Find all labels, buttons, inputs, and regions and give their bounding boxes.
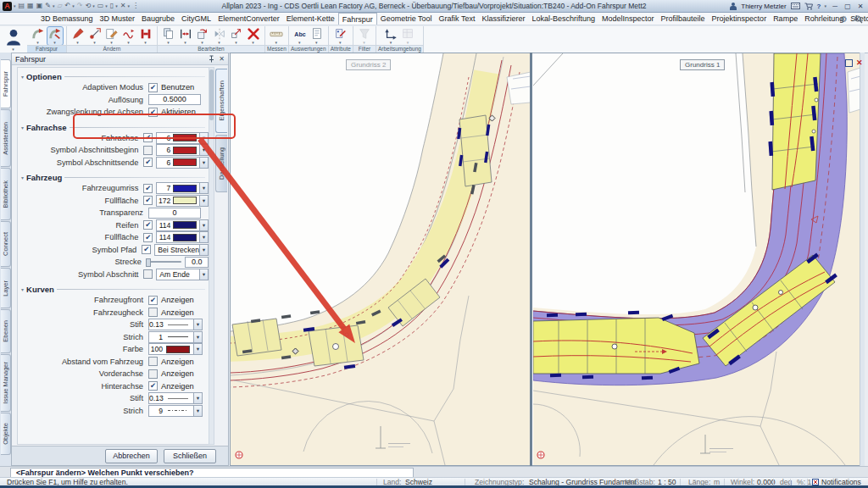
measure-button[interactable]: ▾ — [269, 27, 284, 45]
checkbox[interactable]: ✔ — [143, 158, 153, 167]
dropdown[interactable]: 7▼ — [156, 182, 209, 194]
delete-button[interactable]: ▾ — [246, 27, 261, 45]
user-name[interactable]: Thierry Metzler — [741, 3, 786, 10]
checkbox[interactable] — [143, 269, 153, 279]
select-dropdown[interactable]: Am Ende▼ — [156, 269, 209, 280]
settings-gear-icon[interactable]: ⚙ — [840, 14, 848, 24]
person-dropdown-icon[interactable]: ▾ — [12, 47, 14, 52]
chevron-down-icon[interactable]: ▼ — [199, 133, 208, 143]
distance-slider[interactable] — [147, 261, 181, 263]
cart-icon[interactable] — [804, 3, 813, 10]
sidebar-tab-assistenten[interactable]: Assistenten — [1, 109, 11, 167]
chevron-down-icon[interactable]: ▼ — [199, 245, 208, 255]
viewport-label-grundriss-2[interactable]: Grundriss 2 — [346, 59, 391, 70]
menu-item-modelinspector[interactable]: ModelInspector — [598, 13, 658, 25]
menu-item-elementconverter[interactable]: ElementConverter — [214, 13, 283, 25]
curve-edit-button[interactable]: ▾ — [121, 27, 136, 45]
checkbox[interactable]: ✔ — [142, 245, 151, 254]
palette-scrollbar[interactable] — [209, 67, 214, 445]
checkbox[interactable] — [143, 146, 153, 155]
section-header-kurven[interactable]: ▾Kurven — [21, 285, 205, 294]
checkbox[interactable]: ✔ — [143, 233, 153, 242]
menu-item-3d-muster[interactable]: 3D Muster — [97, 13, 139, 25]
chevron-down-icon[interactable]: ▼ — [193, 406, 202, 416]
checkbox[interactable] — [148, 369, 158, 379]
viewport-splitter[interactable] — [530, 53, 532, 466]
checkbox[interactable] — [148, 357, 158, 366]
refresh-icon-dropdown[interactable]: ▾ — [92, 3, 95, 8]
menu-item-geometrie-tool[interactable]: Geometrie Tool — [377, 13, 436, 25]
copy-icon[interactable]: ▱ — [57, 2, 62, 10]
menu-item-element-kette[interactable]: Element-Kette — [283, 13, 338, 25]
section-header-optionen[interactable]: ▾Optionen — [21, 72, 205, 81]
sidebar-tab-issue-manager[interactable]: Issue Manager — [1, 354, 11, 412]
chevron-down-icon[interactable]: ▼ — [193, 344, 202, 354]
value-input[interactable]: 0.5000 — [148, 94, 201, 105]
axis-point-button[interactable]: ▾ — [87, 27, 103, 45]
tools-icon-dropdown[interactable]: ▾ — [127, 3, 130, 8]
checkbox[interactable]: ✔ — [143, 220, 153, 230]
dropdown[interactable]: 100▼ — [148, 343, 203, 355]
dropdown[interactable]: 0.13▼ — [148, 392, 203, 404]
allplan-logo[interactable]: A — [3, 2, 12, 11]
collapse-icon[interactable]: ▾ — [21, 125, 24, 130]
viewport-label-grundriss-1[interactable]: Grundriss 1 — [680, 59, 725, 70]
viewport-scrollbar[interactable] — [860, 53, 865, 466]
collapse-icon[interactable]: ▾ — [21, 286, 24, 292]
slider-value[interactable]: 0.0 — [185, 257, 209, 268]
menu-item-grafik-text[interactable]: Grafik Text — [436, 13, 479, 25]
chevron-down-icon[interactable]: ▼ — [193, 319, 202, 330]
screen-icon-dropdown[interactable]: ▾ — [105, 3, 108, 8]
help-dropdown-icon[interactable]: ▾ — [824, 3, 826, 8]
viewport-grundriss-1[interactable] — [533, 53, 860, 465]
palette-close-icon[interactable]: ✕ — [219, 55, 225, 63]
dropdown[interactable]: 114▼ — [156, 231, 209, 243]
new-document-icon[interactable]: ▤ — [19, 2, 25, 10]
keyboard-icon[interactable] — [791, 3, 800, 9]
undo-icon[interactable]: ↶ — [65, 2, 71, 10]
layout-icon-dropdown[interactable]: ▾ — [115, 3, 118, 8]
workspace-axes-button[interactable]: ▾ — [383, 27, 398, 45]
checkbox[interactable]: ✔ — [148, 296, 158, 305]
menu-item-citygml[interactable]: CityGML — [178, 13, 214, 25]
chevron-down-icon[interactable]: ▼ — [193, 332, 202, 342]
palette-tab-eigenschaften[interactable]: Eigenschaften — [215, 69, 227, 133]
sidebar-tab-ebenen[interactable]: Ebenen — [1, 309, 11, 353]
pen-edit-button[interactable]: ▾ — [70, 27, 86, 45]
help-icon[interactable]: ? — [817, 3, 821, 10]
notifications-icon[interactable] — [812, 479, 819, 485]
viewport-close-icon[interactable]: ✕ — [856, 59, 863, 67]
menu-item-baugrube[interactable]: Baugrube — [138, 13, 178, 25]
refresh-icon[interactable]: ⟲ — [86, 2, 92, 10]
actionbar-person[interactable]: ▾ — [0, 26, 27, 53]
close-button[interactable]: ✕ — [856, 3, 865, 10]
screen-icon[interactable]: ▭ — [97, 2, 104, 10]
edit-icon[interactable]: ✎ — [45, 2, 51, 10]
sidebar-tab-connect[interactable]: Connect — [1, 221, 11, 267]
edit-element-button[interactable]: ▾ — [104, 27, 120, 45]
h-profile-button[interactable]: ▾ — [138, 27, 153, 45]
menu-item-3d-bemassung[interactable]: 3D Bemassung — [37, 13, 97, 25]
open-project-icon[interactable]: ▦ — [27, 2, 34, 10]
dropdown[interactable]: 0.13▼ — [148, 319, 203, 330]
more-icon[interactable]: ⋮ — [132, 2, 139, 10]
minimize-button[interactable]: ─ — [831, 3, 839, 10]
dropdown[interactable]: 6▼ — [156, 157, 209, 169]
section-header-fahrzeug[interactable]: ▾Fahrzeug — [21, 173, 205, 182]
checkbox[interactable]: ✔ — [143, 184, 153, 193]
redo-icon[interactable]: ↷ — [77, 2, 83, 10]
attributes-button[interactable]: ▾ — [333, 27, 348, 45]
workspace-settings-button[interactable]: ▾ — [400, 27, 415, 45]
menu-item-rampe[interactable]: Rampe — [770, 13, 801, 25]
chevron-down-icon[interactable]: ▼ — [199, 145, 208, 155]
dropdown[interactable]: 6▼ — [156, 144, 209, 156]
fahrspur-modify-button[interactable]: ▾ — [47, 27, 63, 45]
select-dropdown[interactable]: Bei Strecken▼ — [154, 244, 209, 256]
sidebar-tab-fahrspur[interactable]: Fahrspur — [1, 59, 11, 108]
palette-tab-darstellung[interactable]: Darstellung — [215, 135, 227, 192]
layout-icon[interactable]: ▯ — [110, 2, 114, 10]
menu-item-projektinspector[interactable]: Projektinspector — [709, 13, 771, 25]
section-header-fahrachse[interactable]: ▾Fahrachse — [21, 123, 205, 132]
menu-item-fahrspur[interactable]: Fahrspur — [338, 13, 377, 25]
chevron-down-icon[interactable]: ▼ — [193, 393, 202, 403]
